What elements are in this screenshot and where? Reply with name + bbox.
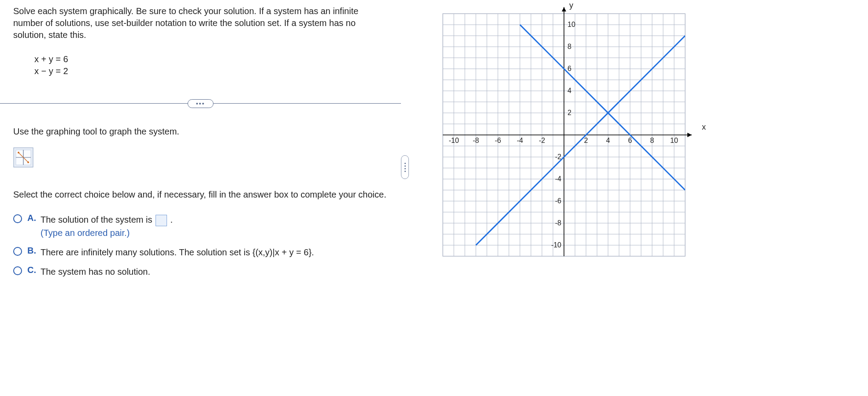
choice-prompt: Select the correct choice below and, if … [13, 189, 388, 201]
graphing-tool-button[interactable] [13, 147, 33, 168]
choice-b[interactable]: B. There are infinitely many solutions. … [13, 246, 388, 259]
svg-text:8: 8 [568, 43, 571, 50]
graphing-prompt: Use the graphing tool to graph the syste… [13, 127, 388, 137]
graph-svg[interactable]: -10 -8 -6 -4 -2 2 4 6 8 10 10 8 6 4 2 -2… [432, 3, 696, 267]
choice-a[interactable]: A. The solution of the system is . (Type… [13, 213, 388, 239]
svg-text:10: 10 [670, 137, 678, 144]
svg-text:2: 2 [584, 137, 588, 144]
choice-a-text-after: . [171, 215, 173, 224]
svg-text:2: 2 [568, 109, 571, 116]
radio-a[interactable] [13, 214, 22, 223]
svg-text:-8: -8 [555, 219, 561, 227]
choice-c-text: The system has no solution. [41, 265, 150, 278]
section-divider: ••• [13, 98, 388, 109]
svg-text:-2: -2 [555, 153, 561, 161]
svg-text:6: 6 [568, 65, 571, 72]
answer-input[interactable] [156, 215, 167, 226]
svg-text:4: 4 [568, 87, 571, 94]
equation-2: x − y = 2 [34, 65, 388, 77]
question-panel: Solve each system graphically. Be sure t… [13, 5, 388, 284]
choice-a-text-before: The solution of the system is [41, 215, 155, 224]
svg-text:-10: -10 [449, 137, 459, 144]
choice-a-text: The solution of the system is . (Type an… [41, 213, 173, 239]
choice-list: A. The solution of the system is . (Type… [13, 213, 388, 278]
svg-text:-2: -2 [539, 137, 545, 144]
choice-b-text: There are infinitely many solutions. The… [41, 246, 314, 259]
svg-text:6: 6 [628, 137, 632, 144]
x-axis-label: x [702, 123, 706, 132]
svg-text:-10: -10 [551, 241, 561, 249]
svg-text:4: 4 [606, 137, 610, 144]
choice-a-label: A. [27, 213, 36, 223]
graph-canvas[interactable]: y x [432, 3, 696, 267]
y-axis-label: y [569, 1, 573, 10]
equation-1: x + y = 6 [34, 53, 388, 65]
choice-c[interactable]: C. The system has no solution. [13, 265, 388, 278]
svg-text:10: 10 [568, 21, 575, 28]
equation-system: x + y = 6 x − y = 2 [34, 53, 388, 77]
choice-a-hint: (Type an ordered pair.) [41, 226, 173, 239]
instructions-text: Solve each system graphically. Be sure t… [13, 5, 388, 41]
choice-b-label: B. [27, 246, 36, 256]
svg-text:8: 8 [650, 137, 654, 144]
svg-text:-6: -6 [555, 197, 561, 205]
svg-text:-4: -4 [517, 137, 523, 144]
divider-handle[interactable]: ••• [188, 99, 214, 108]
radio-b[interactable] [13, 247, 22, 256]
panel-resize-handle[interactable] [401, 155, 409, 179]
choice-c-label: C. [27, 265, 36, 275]
svg-marker-51 [562, 7, 566, 11]
svg-text:-8: -8 [473, 137, 479, 144]
svg-marker-49 [687, 133, 692, 137]
svg-text:-6: -6 [495, 137, 501, 144]
svg-text:-4: -4 [555, 175, 561, 183]
radio-c[interactable] [13, 266, 22, 275]
